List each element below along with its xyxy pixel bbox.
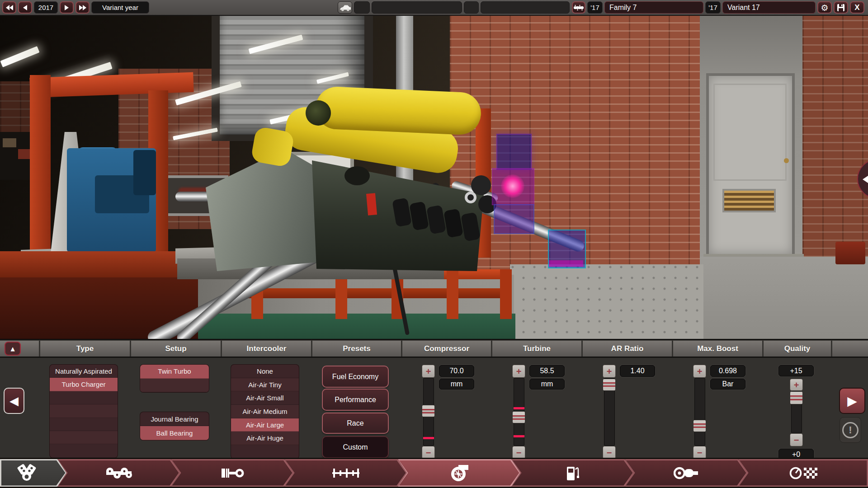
compressor-increase-button[interactable]: + bbox=[422, 365, 435, 378]
preset-performance-button[interactable]: Performance bbox=[322, 389, 389, 411]
compressor-header: Compressor bbox=[402, 341, 491, 357]
intake-plenum bbox=[315, 86, 482, 136]
turbine-target-marker bbox=[514, 435, 524, 437]
max-boost-decrease-button[interactable]: − bbox=[693, 446, 706, 459]
intake-inlet bbox=[344, 166, 370, 185]
viewport-3d[interactable] bbox=[0, 0, 868, 340]
fuel-pump-icon bbox=[566, 465, 580, 481]
tab-exhaust[interactable] bbox=[625, 459, 747, 487]
blue-machine-motor bbox=[133, 150, 156, 195]
engine-family-icon bbox=[16, 464, 37, 483]
exhaust-icon bbox=[674, 466, 699, 480]
tab-engine-family[interactable] bbox=[0, 459, 66, 487]
shelf-box bbox=[18, 149, 31, 159]
quality-decrease-button[interactable]: − bbox=[790, 433, 803, 446]
brick-wall-far-right bbox=[802, 0, 868, 280]
option-ball-bearing[interactable]: Ball Bearing bbox=[140, 426, 209, 440]
tab-testing[interactable] bbox=[738, 459, 868, 487]
warning-indicator[interactable]: ! bbox=[840, 417, 861, 443]
turbine-slider-handle[interactable] bbox=[512, 411, 525, 423]
door-panel bbox=[713, 84, 787, 181]
presets-header: Presets bbox=[312, 341, 401, 357]
turbine-value[interactable]: 58.5 bbox=[529, 365, 565, 377]
bearing-listbox: Journal Bearing Ball Bearing bbox=[140, 412, 209, 440]
ar-ratio-decrease-button[interactable]: − bbox=[603, 446, 616, 459]
ar-ratio-value[interactable]: 1.40 bbox=[620, 365, 655, 377]
save-button[interactable] bbox=[834, 1, 848, 14]
engine-mount-red bbox=[366, 193, 377, 216]
preset-race-button[interactable]: Race bbox=[322, 413, 389, 434]
fast-forward-icon bbox=[79, 5, 87, 11]
tab-head-valvetrain[interactable] bbox=[284, 459, 407, 487]
option-twin-turbo[interactable]: Twin Turbo bbox=[140, 365, 209, 379]
turbine-increase-button[interactable]: + bbox=[512, 365, 525, 378]
option-naturally-aspirated[interactable]: Naturally Aspirated bbox=[50, 365, 118, 378]
year-back-button[interactable] bbox=[18, 1, 32, 14]
dyno-testing-icon bbox=[789, 466, 817, 480]
close-button[interactable]: X bbox=[850, 1, 864, 14]
ar-ratio-increase-button[interactable]: + bbox=[603, 365, 616, 378]
engine-family-button[interactable] bbox=[572, 1, 585, 14]
option-air-air-large[interactable]: Air-Air Large bbox=[231, 418, 299, 432]
year-forward-button[interactable] bbox=[60, 1, 74, 14]
empty-option bbox=[50, 391, 118, 404]
gear-icon: ⚙ bbox=[821, 3, 828, 13]
option-air-air-huge[interactable]: Air-Air Huge bbox=[231, 432, 299, 445]
compressor-value[interactable]: 70.0 bbox=[439, 365, 474, 377]
door-knob bbox=[784, 158, 789, 163]
compressor-decrease-button[interactable]: − bbox=[422, 446, 435, 459]
tab-pistons-conrods[interactable] bbox=[171, 459, 293, 487]
type-listbox: Naturally Aspirated Turbo Charger bbox=[50, 365, 118, 458]
option-air-air-small[interactable]: Air-Air Small bbox=[231, 391, 299, 405]
compressor-target-marker bbox=[423, 437, 434, 439]
previous-section-button[interactable]: ◀ bbox=[4, 388, 24, 414]
option-air-air-medium[interactable]: Air-Air Medium bbox=[231, 405, 299, 418]
option-turbo-charger[interactable]: Turbo Charger bbox=[50, 378, 118, 391]
rewind-icon bbox=[5, 5, 14, 11]
compressor-unit: mm bbox=[439, 379, 474, 389]
option-none[interactable]: None bbox=[231, 365, 299, 378]
empty-option bbox=[50, 444, 118, 457]
tab-forced-induction[interactable] bbox=[398, 459, 520, 487]
option-journal-bearing[interactable]: Journal Bearing bbox=[140, 412, 209, 426]
max-boost-increase-button[interactable]: + bbox=[693, 365, 706, 378]
variant-year-badge: '17 bbox=[705, 1, 721, 14]
max-boost-slider-handle[interactable] bbox=[693, 420, 706, 432]
tab-fuel-system[interactable] bbox=[511, 459, 634, 487]
concrete-floor-right bbox=[700, 257, 868, 340]
option-air-air-tiny[interactable]: Air-Air Tiny bbox=[231, 378, 299, 392]
chevron-up-icon: ▲ bbox=[10, 346, 14, 352]
family-name-input[interactable]: Family 7 bbox=[604, 1, 703, 14]
ar-ratio-slider-handle[interactable] bbox=[603, 379, 616, 391]
compressor-slider-handle[interactable] bbox=[422, 405, 435, 417]
preset-custom-button[interactable]: Custom bbox=[322, 436, 389, 458]
intercooler-listbox: None Air-Air Tiny Air-Air Small Air-Air … bbox=[231, 365, 299, 459]
turbo-inlet-ring bbox=[465, 192, 476, 203]
ceiling-light bbox=[0, 46, 39, 67]
collapse-panel-button[interactable]: ▲ bbox=[5, 342, 21, 356]
trim-year-box bbox=[464, 1, 479, 14]
preset-fuel-economy-button[interactable]: Fuel Economy bbox=[322, 366, 389, 388]
turbocharger-icon bbox=[449, 464, 469, 482]
thermal-cell bbox=[496, 134, 532, 170]
tab-bottom-end[interactable] bbox=[57, 459, 180, 487]
max-boost-header: Max. Boost bbox=[673, 341, 762, 357]
thermal-hotspot bbox=[501, 174, 524, 198]
rig-post bbox=[447, 269, 458, 319]
quality-slider-handle[interactable] bbox=[790, 391, 803, 404]
red-platform-beam bbox=[0, 251, 197, 277]
year-back-10-button[interactable] bbox=[2, 1, 16, 14]
quality-increase-button[interactable]: + bbox=[790, 379, 803, 391]
variant-year-value[interactable]: 2017 bbox=[34, 1, 58, 14]
variant-name-input[interactable]: Variant 17 bbox=[722, 1, 816, 14]
next-section-button[interactable]: ▶ bbox=[839, 388, 865, 414]
max-boost-value[interactable]: 0.698 bbox=[710, 365, 745, 377]
year-forward-10-button[interactable] bbox=[75, 1, 90, 14]
forward-icon bbox=[64, 5, 69, 11]
car-model-button[interactable] bbox=[338, 1, 352, 14]
max-boost-slider-track[interactable] bbox=[694, 378, 705, 446]
turbine-decrease-button[interactable]: − bbox=[512, 446, 525, 459]
settings-button[interactable]: ⚙ bbox=[817, 1, 832, 14]
quality-header: Quality bbox=[764, 341, 831, 357]
intercooler-header: Intercooler bbox=[222, 341, 311, 357]
